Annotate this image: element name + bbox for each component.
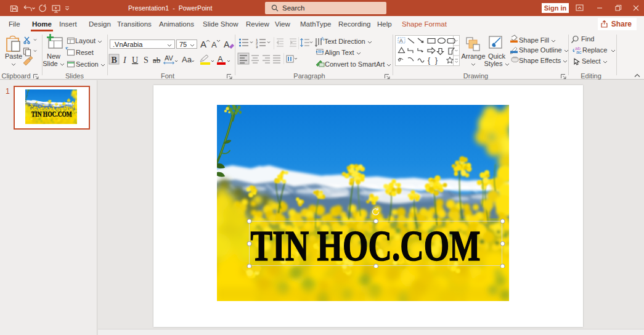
svg-text:}: } [435,56,438,65]
svg-text:A: A [211,40,217,49]
svg-text:{: { [428,56,430,65]
svg-text:ab: ab [153,56,160,65]
svg-text:3: 3 [256,45,258,49]
svg-text:A: A [320,36,324,42]
svg-text:A: A [200,39,206,49]
svg-text:A: A [224,39,230,49]
svg-text:A: A [399,38,403,44]
svg-text:Aa: Aa [182,55,192,64]
svg-text:S: S [144,56,149,65]
svg-text:AV: AV [165,54,174,62]
svg-text:A: A [218,54,223,64]
svg-text:I: I [123,56,127,65]
svg-text:B: B [112,56,117,65]
svg-text:ac: ac [576,49,581,55]
svg-text:U: U [132,56,138,65]
